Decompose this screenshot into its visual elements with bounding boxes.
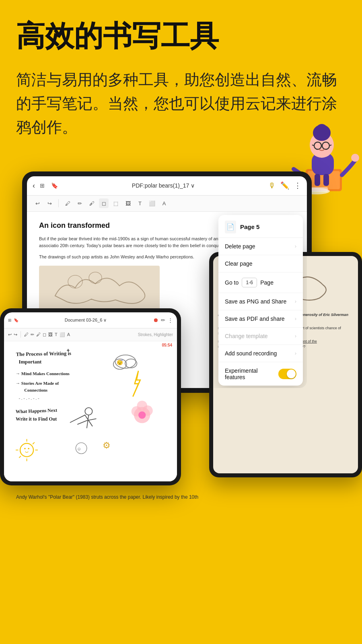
save-png-chevron: › bbox=[295, 298, 296, 304]
svg-line-31 bbox=[70, 415, 85, 422]
pen-toolbar: ↩ ↪ 🖊 ✏ 🖋 ◻ ⬚ 🖼 T ⬜ A bbox=[27, 196, 307, 212]
add-sound-label: Add sound recording bbox=[225, 350, 277, 357]
phone-small: ⊞ 🔖 Document 03-26_6 ∨ ⏺ ✏ ⋮ ↩ ↪ 🖊 ✏ 🖋 ◻… bbox=[0, 308, 181, 485]
svg-line-34 bbox=[87, 415, 89, 428]
svg-point-3 bbox=[351, 154, 359, 162]
hero-title: 高效的书写工具 bbox=[16, 20, 346, 52]
delete-page-chevron: › bbox=[295, 243, 296, 249]
pen-tool-shape[interactable]: ⬜ bbox=[147, 198, 157, 208]
more-button[interactable]: ⋮ bbox=[294, 181, 301, 190]
device-area: ‹ ⊞ 🔖 PDF:polar bears(1)_17 ∨ 🎙 ✏️ ⋮ ↩ ↪… bbox=[0, 171, 362, 485]
svg-line-52 bbox=[19, 456, 21, 458]
page-suffix: Page bbox=[260, 279, 274, 286]
svg-point-44 bbox=[137, 400, 147, 411]
goto-page-item[interactable]: Go to Page bbox=[218, 272, 303, 293]
phone-redo[interactable]: ↪ bbox=[14, 332, 17, 337]
change-template-item: Change template › bbox=[218, 328, 303, 345]
svg-text:Write it to Find Out: Write it to Find Out bbox=[16, 416, 57, 422]
clear-page-item[interactable]: Clear page bbox=[218, 255, 303, 272]
phone-textbox[interactable]: T bbox=[55, 332, 58, 337]
phone-eraser[interactable]: ◻ bbox=[43, 332, 46, 337]
svg-point-18 bbox=[89, 272, 102, 283]
delete-page-item[interactable]: Delete page › bbox=[218, 238, 303, 255]
save-png-item[interactable]: Save as PNG and Share › bbox=[218, 293, 303, 310]
save-pdf-label: Save as PDF and share bbox=[225, 316, 285, 322]
svg-line-35 bbox=[78, 421, 87, 424]
add-sound-item[interactable]: Add sound recording › bbox=[218, 345, 303, 362]
toolbar-icons: ⊞ 🔖 bbox=[38, 182, 58, 190]
svg-point-45 bbox=[138, 411, 146, 419]
delete-page-label: Delete page bbox=[225, 243, 255, 250]
experimental-label: Experimental features bbox=[225, 367, 278, 380]
svg-point-7 bbox=[316, 124, 327, 135]
save-pdf-item[interactable]: Save as PDF and share › bbox=[218, 310, 303, 328]
phone-pen-toolbar: ↩ ↪ 🖊 ✏ 🖋 ◻ 🖼 T ⬜ A Strokes, Highlighter bbox=[4, 328, 177, 341]
svg-text:- . - . - . - . -: - . - . - . - . - bbox=[19, 396, 39, 400]
change-template-chevron: › bbox=[295, 333, 296, 339]
pen-tool-pen[interactable]: 🖊 bbox=[63, 198, 72, 208]
svg-text:→  Mind Makes Connections: → Mind Makes Connections bbox=[16, 371, 70, 376]
svg-point-53 bbox=[24, 448, 26, 450]
bottom-text: Andy Warhol's "Polar Bear" (1983) struts… bbox=[16, 493, 346, 501]
phone-back[interactable]: ⊞ bbox=[8, 318, 11, 322]
pen-tool-font[interactable]: A bbox=[159, 198, 169, 208]
phone-pen-3[interactable]: 🖋 bbox=[36, 332, 41, 337]
experimental-item[interactable]: Experimental features bbox=[218, 362, 303, 386]
phone-screen: ⊞ 🔖 Document 03-26_6 ∨ ⏺ ✏ ⋮ ↩ ↪ 🖊 ✏ 🖋 ◻… bbox=[4, 312, 177, 481]
phone-pen-2[interactable]: ✏ bbox=[31, 332, 34, 337]
phone-canvas: 05:54 The Process of Writing is Importan… bbox=[4, 341, 177, 481]
phone-divider bbox=[21, 331, 21, 338]
hero-section: 高效的书写工具 简洁与易用的多种工具，助您创造出自然、流畅的手写笔记。当然，您也… bbox=[0, 0, 362, 147]
undo-button[interactable]: ↩ bbox=[33, 198, 42, 208]
phone-more-button[interactable]: ⋮ bbox=[168, 317, 173, 323]
goto-label: Go to bbox=[225, 279, 239, 286]
pen-icon[interactable]: ✏️ bbox=[280, 181, 289, 190]
svg-text:The Process of Writing is: The Process of Writing is bbox=[16, 351, 72, 357]
phone-bookmark[interactable]: 🔖 bbox=[14, 318, 19, 322]
change-template-label: Change template bbox=[225, 333, 268, 339]
page-icon: 📄 bbox=[225, 221, 236, 233]
save-pdf-chevron: › bbox=[295, 316, 296, 322]
page-title: Page 5 bbox=[240, 223, 259, 230]
grid-icon[interactable]: ⊞ bbox=[38, 182, 46, 190]
phone-pen-icon[interactable]: ✏ bbox=[161, 317, 165, 323]
pen-tool-pencil[interactable]: ✏ bbox=[75, 198, 84, 208]
mic-icon[interactable]: 🎙 bbox=[268, 182, 276, 190]
phone-undo[interactable]: ↩ bbox=[8, 332, 12, 337]
strokes-label: Strokes, Highlighter bbox=[138, 332, 173, 337]
clear-page-label: Clear page bbox=[225, 260, 253, 267]
pen-tool-text[interactable]: T bbox=[135, 198, 145, 208]
svg-line-51 bbox=[33, 442, 35, 444]
phone-shape[interactable]: ⬜ bbox=[60, 332, 65, 337]
goto-input[interactable] bbox=[242, 278, 257, 287]
svg-text:Connections: Connections bbox=[24, 387, 47, 392]
dropdown-header: 📄 Page 5 bbox=[218, 215, 303, 238]
phone-font[interactable]: A bbox=[67, 332, 70, 337]
pen-tool-marker[interactable]: 🖋 bbox=[87, 198, 97, 208]
svg-point-46 bbox=[20, 444, 33, 457]
svg-text:☺: ☺ bbox=[77, 446, 81, 451]
bookmark-icon[interactable]: 🔖 bbox=[50, 182, 58, 190]
phone-pen-1[interactable]: 🖊 bbox=[24, 332, 29, 337]
svg-text:⚙: ⚙ bbox=[103, 440, 111, 450]
phone-record-icon[interactable]: ⏺ bbox=[153, 317, 158, 323]
pen-tool-eraser[interactable]: ◻ bbox=[99, 198, 109, 208]
goto-group: Go to Page bbox=[225, 278, 274, 287]
experimental-toggle[interactable] bbox=[278, 369, 296, 379]
toggle-knob bbox=[287, 369, 296, 378]
pen-tool-select[interactable]: ⬚ bbox=[111, 198, 121, 208]
doc-title-label: PDF:polar bears(1)_17 ∨ bbox=[62, 182, 265, 189]
back-button[interactable]: ‹ bbox=[33, 182, 35, 190]
svg-text:😴: 😴 bbox=[117, 359, 123, 366]
svg-point-54 bbox=[28, 448, 29, 450]
save-png-label: Save as PNG and Share bbox=[225, 298, 286, 305]
svg-text:What Happens Next: What Happens Next bbox=[16, 407, 58, 415]
svg-text:✦: ✦ bbox=[66, 347, 70, 353]
bottom-section: Andy Warhol's "Polar Bear" (1983) struts… bbox=[0, 485, 362, 513]
dropdown-menu: 📄 Page 5 Delete page › Clear page Go to bbox=[218, 215, 303, 386]
phone-image[interactable]: 🖼 bbox=[48, 332, 53, 337]
pen-tool-image[interactable]: 🖼 bbox=[123, 198, 133, 208]
add-sound-chevron: › bbox=[295, 350, 296, 356]
redo-button[interactable]: ↪ bbox=[45, 198, 54, 208]
toolbar-divider bbox=[58, 199, 59, 207]
